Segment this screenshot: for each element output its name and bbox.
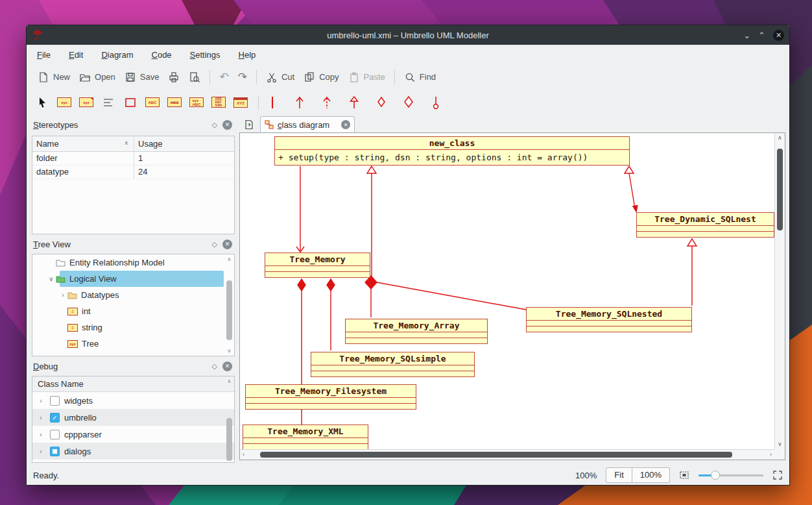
column-header-usage[interactable]: Usage xyxy=(134,136,234,151)
uml-class-tree-memory[interactable]: Tree_Memory xyxy=(265,252,370,278)
table-row[interactable]: folder 1 xyxy=(32,152,234,166)
debug-scrollbar[interactable]: ∧ xyxy=(226,378,233,461)
scroll-up-icon[interactable]: ∧ xyxy=(226,378,233,384)
scroll-down-icon[interactable]: ∨ xyxy=(778,441,782,447)
line-tool[interactable] xyxy=(263,93,281,112)
maximize-button[interactable]: ⌃ xyxy=(758,31,765,40)
containment-tool[interactable] xyxy=(427,93,445,112)
paste-button[interactable]: Paste xyxy=(344,69,390,86)
uml-class-tree-memory-xml[interactable]: Tree_Memory_XML xyxy=(243,425,368,449)
menu-code[interactable]: Code xyxy=(152,50,172,60)
debug-item-cppparser[interactable]: › cppparser xyxy=(32,426,234,443)
uml-class-tree-memory-array[interactable]: Tree_Memory_Array xyxy=(345,319,488,344)
debug-item-widgets[interactable]: › widgets xyxy=(32,392,234,409)
undo-button[interactable]: ↶ xyxy=(215,68,233,86)
class-tool[interactable]: xyz xyxy=(55,93,73,112)
aggregation-tool[interactable] xyxy=(372,93,390,112)
column-header-name[interactable]: Name∧ xyxy=(32,136,134,151)
uml-class-tree-memory-sqlnested[interactable]: Tree_Memory_SQLnested xyxy=(526,307,692,332)
box-tool[interactable] xyxy=(121,93,139,112)
checkbox-checked[interactable]: ✓ xyxy=(50,413,60,423)
stereotypes-panel-header[interactable]: Stereotypes ◇ ✕ xyxy=(32,117,235,132)
tree-item-logical-view[interactable]: ∨ Logical View xyxy=(32,271,234,287)
tab-class-diagram[interactable]: class diagram ✕ xyxy=(260,116,355,132)
debug-panel-header[interactable]: Debug ◇ ✕ xyxy=(32,359,235,373)
tree-item-datatypes[interactable]: › Datatypes xyxy=(32,287,234,303)
diagram-canvas[interactable]: new_class + setup(type : string, dsn : s… xyxy=(239,132,785,460)
tree-item-entity-relationship-model[interactable]: Entity Relationship Model xyxy=(32,254,234,271)
label-tool[interactable]: ABC xyxy=(143,93,161,112)
diagram-view[interactable]: new_class + setup(type : string, dsn : s… xyxy=(240,133,774,449)
scrollbar-thumb[interactable] xyxy=(226,418,232,461)
new-tab-button[interactable] xyxy=(242,117,256,131)
fullscreen-icon[interactable] xyxy=(772,470,783,480)
fit-page-icon[interactable] xyxy=(679,470,689,480)
uml-class-tree-memory-filesystem[interactable]: Tree_Memory_Filesystem xyxy=(245,384,416,410)
menu-diagram[interactable]: Diagram xyxy=(101,50,133,60)
detach-icon[interactable]: ◇ xyxy=(212,121,217,129)
vertical-scrollbar[interactable]: ∧ ∨ xyxy=(774,133,785,449)
text-tool[interactable] xyxy=(99,93,117,112)
label-strike-tool[interactable]: ABC xyxy=(165,93,184,112)
enum-tool[interactable]: ABCDEFSSN xyxy=(209,93,228,112)
close-tab-icon[interactable]: ✕ xyxy=(341,120,350,129)
redo-button[interactable]: ↷ xyxy=(233,68,252,86)
slider-handle[interactable] xyxy=(711,471,720,480)
open-button[interactable]: Open xyxy=(75,69,120,86)
scrollbar-thumb[interactable] xyxy=(260,452,732,458)
stereotypes-table-header[interactable]: Name∧ Usage xyxy=(32,136,234,152)
uml-class-tree-dynamic-sqlnest[interactable]: Tree_Dynamic_SQLnest xyxy=(636,212,774,238)
save-button[interactable]: Save xyxy=(120,69,164,86)
menu-file[interactable]: File xyxy=(37,50,51,60)
new-button[interactable]: New xyxy=(33,69,75,86)
detach-icon[interactable]: ◇ xyxy=(212,362,217,371)
zoom-100-button[interactable]: 100% xyxy=(632,467,670,483)
close-icon[interactable]: ✕ xyxy=(222,120,232,130)
cut-button[interactable]: Cut xyxy=(261,69,299,86)
scrollbar-thumb[interactable] xyxy=(226,280,232,340)
checkbox-unchecked[interactable] xyxy=(50,396,60,406)
scroll-left-icon[interactable]: ‹ xyxy=(243,452,245,458)
treeview-panel-header[interactable]: Tree View ◇ ✕ xyxy=(32,237,235,251)
copy-button[interactable]: Copy xyxy=(299,69,343,86)
fit-button[interactable]: Fit xyxy=(606,467,632,483)
close-icon[interactable]: ✕ xyxy=(222,240,232,249)
scroll-up-icon[interactable]: ∧ xyxy=(778,135,782,141)
horizontal-scrollbar[interactable]: ‹ › xyxy=(240,449,774,460)
expander-closed-icon[interactable]: › xyxy=(36,431,45,438)
tree-item-int[interactable]: ≡ int xyxy=(32,303,234,319)
expander-closed-icon[interactable]: › xyxy=(36,414,45,421)
checkbox-unchecked[interactable] xyxy=(50,430,60,439)
menu-settings[interactable]: Settings xyxy=(190,50,221,60)
uml-class-new_class[interactable]: new_class + setup(type : string, dsn : s… xyxy=(274,136,630,166)
expander-open-icon[interactable]: ∨ xyxy=(47,275,56,282)
titlebar[interactable]: umbrello-uml.xmi – Umbrello UML Modeller… xyxy=(27,25,789,45)
find-button[interactable]: Find xyxy=(400,69,440,86)
debug-item-umbrello[interactable]: › ✓ umbrello xyxy=(32,409,234,426)
composition-tool[interactable] xyxy=(400,93,418,112)
print-button[interactable] xyxy=(163,69,184,86)
scroll-up-icon[interactable]: ∧ xyxy=(226,256,233,262)
uml-class-tree-memory-sqlsimple[interactable]: Tree_Memory_SQLsimple xyxy=(311,352,475,377)
expander-closed-icon[interactable]: › xyxy=(58,291,67,299)
close-icon[interactable]: ✕ xyxy=(222,362,232,371)
expander-closed-icon[interactable]: › xyxy=(36,448,45,455)
zoom-slider[interactable] xyxy=(699,470,763,480)
detach-icon[interactable]: ◇ xyxy=(212,240,217,249)
checkbox-partial[interactable] xyxy=(50,447,60,456)
close-window-button[interactable]: ✕ xyxy=(773,30,784,41)
template-tool[interactable]: xyzABC xyxy=(187,93,206,112)
debug-item-dialogs[interactable]: › dialogs xyxy=(32,443,234,460)
select-tool[interactable] xyxy=(33,93,51,112)
menu-edit[interactable]: Edit xyxy=(69,50,83,60)
generalization-tool[interactable] xyxy=(345,93,363,112)
dependency-tool[interactable] xyxy=(318,93,336,112)
table-row[interactable]: datatype 24 xyxy=(32,166,234,179)
tree-item-tree[interactable]: xyz Tree xyxy=(32,336,234,352)
datatype-tool[interactable]: xyz xyxy=(77,93,95,112)
expander-closed-icon[interactable]: › xyxy=(36,397,45,404)
menu-help[interactable]: Help xyxy=(239,50,256,60)
association-tool[interactable] xyxy=(291,93,309,112)
scroll-down-icon[interactable]: ∨ xyxy=(226,348,233,354)
scroll-right-icon[interactable]: › xyxy=(770,452,772,458)
